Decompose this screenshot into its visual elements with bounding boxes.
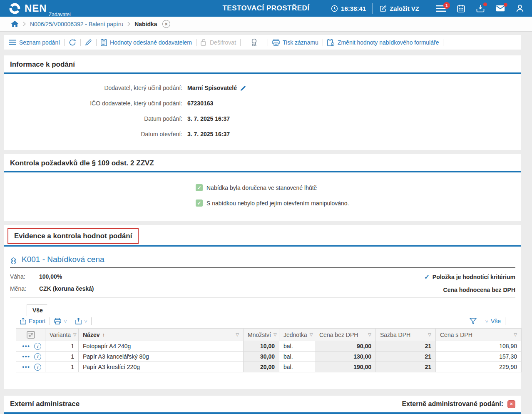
calendar-icon[interactable] xyxy=(457,5,465,12)
column-header-cena-s-dph[interactable]: Cena s DPH▽ xyxy=(436,329,522,341)
session-time: 16:38:41 xyxy=(331,5,366,12)
table-toolbar: Export ▽ ▽ ▽ Vše xyxy=(20,317,505,325)
chevron-right-icon xyxy=(23,22,26,26)
breadcrumb: N006/25/V00006392 - Balení papíru Nabídk… xyxy=(0,17,532,32)
table-row: ●●● i 1 Papír A3 kreslící 220g 20,00 bal… xyxy=(16,362,522,372)
section-title: Informace k podání xyxy=(10,60,75,69)
section-kontrola-pozadavku: Kontrola požadavků dle § 109 odst. 2 ZZV… xyxy=(4,154,521,221)
logo-subtext: Zadavatel xyxy=(49,12,71,17)
column-header-cena-bez-dph[interactable]: Cena bez DPH▽ xyxy=(315,329,376,341)
criterion-heading: K001 - Nabídková cena xyxy=(10,252,515,268)
downloads-icon[interactable] xyxy=(476,5,485,12)
highlight-red-box: Evidence a kontrola hodnot podání xyxy=(7,228,139,244)
decrypt-button: Dešifrovat xyxy=(201,39,236,46)
vat-note: Cena hodnocena bez DPH xyxy=(424,287,515,293)
downloads-notification-dot xyxy=(483,2,487,6)
print-record-button[interactable]: Tisk záznamu xyxy=(272,39,318,46)
filter-icon[interactable]: ▽ xyxy=(514,332,517,337)
create-vz-button[interactable]: Založit VZ xyxy=(380,5,419,12)
field-ico: IČO dodavatele, který učinil podání: 672… xyxy=(4,100,521,107)
puzzle-icon xyxy=(10,256,18,264)
section-informace-k-podani: Informace k podání Dodavatel, který učin… xyxy=(4,55,521,150)
filter-all-selector[interactable]: ▽ Vše xyxy=(485,318,501,324)
column-header-varianta[interactable]: Varianta▽ xyxy=(45,329,79,341)
check-not-manipulated: ✓ S nabídkou nebylo před jejím otevřením… xyxy=(196,200,521,207)
green-check-icon: ✓ xyxy=(196,200,203,207)
divider xyxy=(426,3,426,14)
green-check-icon: ✓ xyxy=(196,184,203,191)
clock-icon xyxy=(331,5,338,12)
nen-logo-icon xyxy=(8,2,21,15)
home-icon[interactable] xyxy=(11,20,19,27)
row-more-icon[interactable]: ●●● xyxy=(22,365,30,369)
filter-icon[interactable]: ▽ xyxy=(273,332,277,337)
supplier-values-button[interactable]: Hodnoty odeslané dodavatelem xyxy=(101,39,192,46)
section-externi-administrace: Externí administrace Externě administrov… xyxy=(4,396,521,414)
edit-button[interactable] xyxy=(85,39,92,46)
section-title: Externí administrace xyxy=(10,400,80,408)
breadcrumb-current: Nabídka xyxy=(134,21,157,27)
filter-icon[interactable]: ▽ xyxy=(310,332,313,337)
column-settings-header[interactable] xyxy=(16,329,45,341)
row-info-icon[interactable]: i xyxy=(34,343,41,350)
menu-icon[interactable]: 1 xyxy=(436,5,446,12)
table-row: ●●● i 1 Fotopapír A4 240g 10,00 bal. 90,… xyxy=(16,341,522,352)
row-info-icon[interactable]: i xyxy=(34,364,41,371)
app-header: NEN Zadavatel TESTOVACÍ PROSTŘEDÍ 16:38:… xyxy=(0,0,532,17)
check-delivered-on-time: ✓ Nabídka byla doručena ve stanovené lhů… xyxy=(196,184,521,191)
export-button[interactable]: Export xyxy=(20,318,45,324)
criterion-flag: ✓ Položka je hodnotící kritérium xyxy=(424,273,515,281)
chevron-right-icon xyxy=(127,22,130,26)
breadcrumb-link-procedure[interactable]: N006/25/V00006392 - Balení papíru xyxy=(30,21,123,27)
refresh-button[interactable] xyxy=(69,39,76,46)
divider xyxy=(373,3,373,14)
edit-supplier-icon[interactable] xyxy=(240,85,246,91)
nen-logo[interactable]: NEN Zadavatel xyxy=(8,2,47,15)
close-tab-icon[interactable]: × xyxy=(162,20,170,28)
share-table-button[interactable]: ▽ xyxy=(75,318,87,324)
filter-icon[interactable]: ▽ xyxy=(428,332,431,337)
seznam-podani-button[interactable]: Seznam podání xyxy=(9,39,60,46)
blue-check-icon: ✓ xyxy=(424,273,430,281)
column-header-sazba-dph[interactable]: Sazba DPH▽ xyxy=(376,329,436,341)
change-form-values-button[interactable]: Změnit hodnoty nabídkového formuláře xyxy=(327,39,439,46)
section-evidence-kontrola: Evidence a kontrola hodnot podání K001 -… xyxy=(4,225,521,389)
logo-text: NEN xyxy=(25,2,47,14)
column-header-jednotka[interactable]: Jednotka▽ xyxy=(279,329,315,341)
section-title: Evidence a kontrola hodnot podání xyxy=(14,232,132,240)
row-info-icon[interactable]: i xyxy=(34,353,41,360)
filter-icon[interactable]: ▽ xyxy=(368,332,371,337)
menu-notification-badge: 1 xyxy=(443,2,450,9)
column-header-nazev[interactable]: Název↑▽ xyxy=(79,329,244,341)
filter-icon[interactable]: ▽ xyxy=(236,332,239,337)
edit-square-icon xyxy=(380,5,387,12)
sort-asc-icon[interactable]: ↑ xyxy=(102,332,105,338)
items-table: Varianta▽ Název↑▽ Množství▽ Jednotka▽ Ce… xyxy=(16,328,522,372)
column-header-mnozstvi[interactable]: Množství▽ xyxy=(244,329,279,341)
field-datum-otevreni: Datum otevření: 3. 7. 2025 16:37 xyxy=(4,131,521,137)
row-more-icon[interactable]: ●●● xyxy=(22,354,30,359)
filter-funnel-icon[interactable] xyxy=(470,318,477,324)
environment-title: TESTOVACÍ PROSTŘEDÍ xyxy=(222,4,309,12)
print-table-button[interactable]: ▽ xyxy=(54,318,67,324)
section-title: Kontrola požadavků dle § 109 odst. 2 ZZV… xyxy=(10,159,154,167)
filter-icon[interactable]: ▽ xyxy=(73,332,77,337)
table-row: ●●● i 1 Papír A3 kancelářský 80g 30,00 b… xyxy=(16,352,522,362)
row-more-icon[interactable]: ●●● xyxy=(22,344,30,348)
table-header-row: Varianta▽ Název↑▽ Množství▽ Jednotka▽ Ce… xyxy=(16,329,522,341)
field-dodavatel: Dodavatel, který učinil podání: Marní Sp… xyxy=(4,85,521,91)
action-toolbar: Seznam podání Hodnoty odeslané dodavatel… xyxy=(4,35,521,50)
dropdown-icon[interactable]: ▽ xyxy=(64,319,67,323)
field-datum-podani: Datum podání: 3. 7. 2025 16:37 xyxy=(4,115,521,122)
mail-notification-dot xyxy=(504,3,507,7)
tab-vse[interactable]: Vše xyxy=(27,304,53,316)
no-flag-icon: × xyxy=(507,400,515,408)
weight-row: Váha: 100,00% xyxy=(10,273,94,280)
award-icon[interactable] xyxy=(251,38,258,46)
currency-row: Měna: CZK (koruna česká) xyxy=(10,285,94,292)
dropdown-icon[interactable]: ▽ xyxy=(84,319,87,323)
mail-icon[interactable] xyxy=(496,5,505,12)
user-icon[interactable] xyxy=(516,5,524,12)
